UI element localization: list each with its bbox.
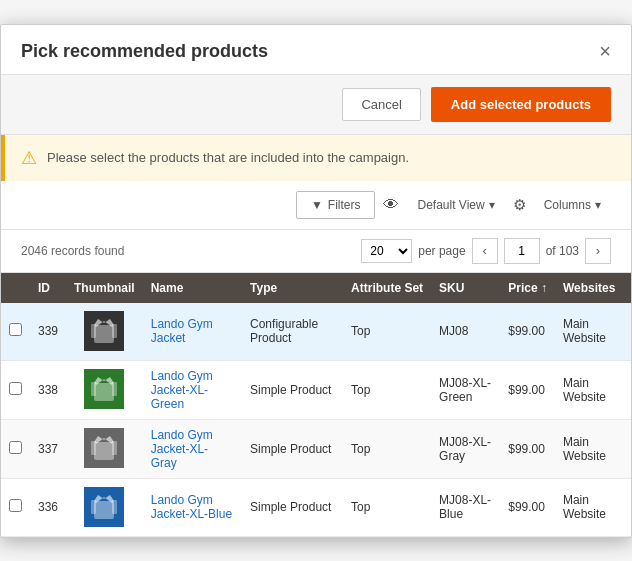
row-checkbox[interactable] <box>9 499 22 512</box>
row-attribute-set: Top <box>343 360 431 419</box>
filter-icon: ▼ <box>311 198 323 212</box>
columns-button[interactable]: Columns ▾ <box>534 192 611 218</box>
modal-title: Pick recommended products <box>21 41 268 62</box>
row-price: $99.00 <box>500 360 555 419</box>
close-button[interactable]: × <box>599 41 611 61</box>
row-product-type: Simple Product <box>242 478 343 536</box>
product-thumbnail <box>84 487 124 527</box>
row-product-name[interactable]: Lando Gym Jacket-XL-Blue <box>143 478 242 536</box>
table-row: 339 Lando Gym JacketConfigurable Product… <box>1 303 631 361</box>
col-websites[interactable]: Websites <box>555 273 631 303</box>
row-product-name[interactable]: Lando Gym Jacket-XL-Green <box>143 360 242 419</box>
warning-alert: ⚠ Please select the products that are in… <box>1 135 631 181</box>
row-thumbnail-cell <box>66 303 143 361</box>
row-price: $99.00 <box>500 478 555 536</box>
svg-rect-3 <box>112 324 117 338</box>
col-attribute-set[interactable]: Attribute Set <box>343 273 431 303</box>
col-id[interactable]: ID <box>30 273 66 303</box>
row-product-type: Configurable Product <box>242 303 343 361</box>
row-id: 339 <box>30 303 66 361</box>
svg-rect-10 <box>91 441 96 455</box>
records-count: 2046 records found <box>21 244 124 258</box>
product-thumbnail <box>84 311 124 351</box>
col-price[interactable]: Price ↑ <box>500 273 555 303</box>
row-checkbox[interactable] <box>9 441 22 454</box>
row-id: 338 <box>30 360 66 419</box>
eye-icon: 👁 <box>383 196 399 214</box>
table-row: 337 Lando Gym Jacket-XL-GraySimple Produ… <box>1 419 631 478</box>
per-page-label: per page <box>418 244 465 258</box>
row-price: $99.00 <box>500 419 555 478</box>
row-sku: MJ08-XL-Blue <box>431 478 500 536</box>
grid-controls: ▼ Filters 👁 Default View ▾ ⚙ Columns ▾ <box>1 181 631 230</box>
warning-icon: ⚠ <box>21 147 37 169</box>
row-sku: MJ08 <box>431 303 500 361</box>
modal-header: Pick recommended products × <box>1 25 631 75</box>
col-thumbnail: Thumbnail <box>66 273 143 303</box>
row-websites: Main Website <box>555 478 631 536</box>
columns-label: Columns <box>544 198 591 212</box>
modal-toolbar: Cancel Add selected products <box>1 75 631 135</box>
row-websites: Main Website <box>555 419 631 478</box>
col-checkbox <box>1 273 30 303</box>
row-thumbnail-cell <box>66 360 143 419</box>
row-product-name[interactable]: Lando Gym Jacket-XL-Gray <box>143 419 242 478</box>
filters-label: Filters <box>328 198 361 212</box>
col-name[interactable]: Name <box>143 273 242 303</box>
svg-rect-8 <box>94 442 114 460</box>
product-thumbnail <box>84 428 124 468</box>
cancel-button[interactable]: Cancel <box>342 88 420 121</box>
svg-rect-12 <box>94 501 114 519</box>
products-table-wrapper: ID Thumbnail Name Type Attribute Set SKU… <box>1 273 631 537</box>
col-sku[interactable]: SKU <box>431 273 500 303</box>
view-chevron-icon: ▾ <box>489 198 495 212</box>
table-row: 338 Lando Gym Jacket-XL-GreenSimple Prod… <box>1 360 631 419</box>
row-product-type: Simple Product <box>242 419 343 478</box>
svg-rect-11 <box>112 441 117 455</box>
row-checkbox-cell <box>1 303 30 361</box>
alert-message: Please select the products that are incl… <box>47 150 409 165</box>
row-checkbox-cell <box>1 360 30 419</box>
products-table: ID Thumbnail Name Type Attribute Set SKU… <box>1 273 631 537</box>
default-view-button[interactable]: Default View ▾ <box>407 192 504 218</box>
svg-rect-4 <box>94 383 114 401</box>
table-row: 336 Lando Gym Jacket-XL-BlueSimple Produ… <box>1 478 631 536</box>
row-sku: MJ08-XL-Green <box>431 360 500 419</box>
pagination-bar: 2046 records found 20 50 100 200 per pag… <box>1 230 631 273</box>
view-label: Default View <box>417 198 484 212</box>
row-price: $99.00 <box>500 303 555 361</box>
row-websites: Main Website <box>555 303 631 361</box>
table-header-row: ID Thumbnail Name Type Attribute Set SKU… <box>1 273 631 303</box>
row-websites: Main Website <box>555 360 631 419</box>
row-product-name[interactable]: Lando Gym Jacket <box>143 303 242 361</box>
svg-rect-0 <box>94 325 114 343</box>
row-sku: MJ08-XL-Gray <box>431 419 500 478</box>
gear-icon: ⚙ <box>513 196 526 214</box>
row-attribute-set: Top <box>343 303 431 361</box>
svg-rect-7 <box>112 382 117 396</box>
row-attribute-set: Top <box>343 478 431 536</box>
row-checkbox[interactable] <box>9 323 22 336</box>
row-checkbox[interactable] <box>9 382 22 395</box>
svg-rect-6 <box>91 382 96 396</box>
row-checkbox-cell <box>1 478 30 536</box>
product-thumbnail <box>84 369 124 409</box>
pick-products-modal: Pick recommended products × Cancel Add s… <box>0 24 632 538</box>
filters-button[interactable]: ▼ Filters <box>296 191 376 219</box>
svg-rect-2 <box>91 324 96 338</box>
add-selected-button[interactable]: Add selected products <box>431 87 611 122</box>
page-input[interactable] <box>504 238 540 264</box>
columns-chevron-icon: ▾ <box>595 198 601 212</box>
row-attribute-set: Top <box>343 419 431 478</box>
next-page-button[interactable]: › <box>585 238 611 264</box>
page-of-label: of 103 <box>546 244 579 258</box>
row-product-type: Simple Product <box>242 360 343 419</box>
per-page-select[interactable]: 20 50 100 200 <box>361 239 412 263</box>
row-id: 337 <box>30 419 66 478</box>
row-thumbnail-cell <box>66 478 143 536</box>
svg-rect-14 <box>91 500 96 514</box>
prev-page-button[interactable]: ‹ <box>472 238 498 264</box>
row-id: 336 <box>30 478 66 536</box>
col-type[interactable]: Type <box>242 273 343 303</box>
pagination-controls: 20 50 100 200 per page ‹ of 103 › <box>361 238 611 264</box>
